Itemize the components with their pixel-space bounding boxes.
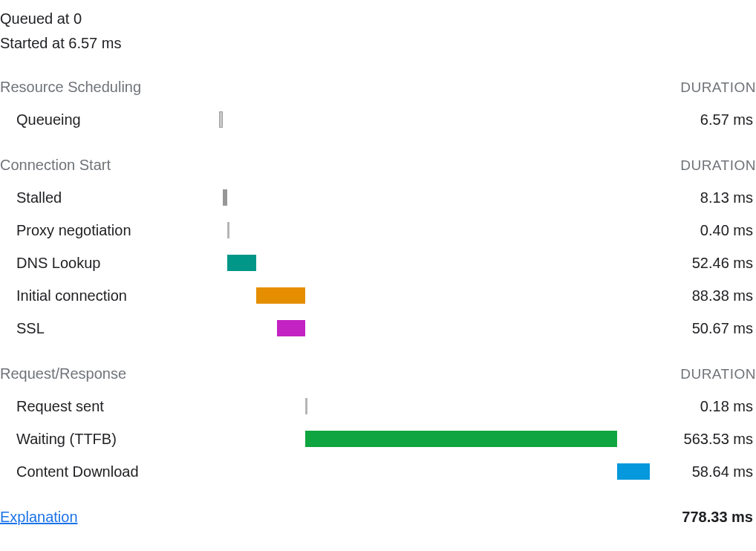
phase-label: Request sent xyxy=(0,398,219,415)
phase-bar xyxy=(227,255,256,271)
phase-bar xyxy=(219,111,223,128)
phase-bar xyxy=(223,189,227,206)
phase-duration: 88.38 ms xyxy=(650,287,756,304)
phase-bar-area xyxy=(219,255,650,271)
phase-row: Proxy negotiation0.40 ms xyxy=(0,214,756,247)
phase-duration: 6.57 ms xyxy=(650,111,756,128)
phase-row: DNS Lookup52.46 ms xyxy=(0,247,756,279)
queued-at-text: Queued at 0 xyxy=(0,9,756,33)
duration-header: DURATION xyxy=(680,79,756,96)
duration-header: DURATION xyxy=(680,157,756,174)
phase-label: Proxy negotiation xyxy=(0,222,219,239)
phase-bar xyxy=(277,320,305,336)
phase-label: Content Download xyxy=(0,463,219,480)
section-header: Request/ResponseDURATION xyxy=(0,365,756,390)
timing-section: Request/ResponseDURATIONRequest sent0.18… xyxy=(0,365,756,488)
timing-section: Connection StartDURATIONStalled8.13 msPr… xyxy=(0,157,756,345)
phase-bar-area xyxy=(219,320,650,336)
phase-bar-area xyxy=(219,189,650,206)
duration-header: DURATION xyxy=(680,366,756,382)
phase-row: Stalled8.13 ms xyxy=(0,181,756,214)
phase-label: DNS Lookup xyxy=(0,255,219,272)
phase-label: Queueing xyxy=(0,111,219,128)
phase-duration: 563.53 ms xyxy=(650,431,756,448)
phase-bar xyxy=(256,287,305,304)
phase-bar xyxy=(227,222,229,238)
phase-duration: 52.46 ms xyxy=(650,255,756,272)
phase-duration: 8.13 ms xyxy=(650,189,756,206)
section-title: Resource Scheduling xyxy=(0,79,141,96)
phase-bar xyxy=(305,431,617,447)
explanation-link[interactable]: Explanation xyxy=(0,509,78,526)
phase-label: Waiting (TTFB) xyxy=(0,431,219,448)
phase-bar-area xyxy=(219,287,650,304)
phase-bar xyxy=(617,463,650,480)
total-time: 778.33 ms xyxy=(682,509,753,526)
phase-duration: 58.64 ms xyxy=(650,463,756,480)
timing-section: Resource SchedulingDURATIONQueueing6.57 … xyxy=(0,79,756,136)
phase-label: Stalled xyxy=(0,189,219,206)
phase-bar xyxy=(305,398,307,414)
phase-label: Initial connection xyxy=(0,287,219,304)
phase-duration: 0.40 ms xyxy=(650,222,756,239)
section-header: Connection StartDURATION xyxy=(0,157,756,181)
section-title: Connection Start xyxy=(0,157,111,174)
phase-bar-area xyxy=(219,222,650,238)
section-header: Resource SchedulingDURATION xyxy=(0,79,756,103)
phase-bar-area xyxy=(219,463,650,480)
phase-label: SSL xyxy=(0,320,219,337)
phase-row: SSL50.67 ms xyxy=(0,312,756,345)
phase-row: Request sent0.18 ms xyxy=(0,390,756,423)
phase-bar-area xyxy=(219,398,650,414)
phase-bar-area xyxy=(219,111,650,128)
phase-bar-area xyxy=(219,431,650,447)
started-at-text: Started at 6.57 ms xyxy=(0,33,756,58)
phase-duration: 50.67 ms xyxy=(650,320,756,337)
section-title: Request/Response xyxy=(0,365,126,382)
phase-row: Content Download58.64 ms xyxy=(0,455,756,488)
phase-row: Waiting (TTFB)563.53 ms xyxy=(0,423,756,455)
phase-duration: 0.18 ms xyxy=(650,398,756,415)
phase-row: Initial connection88.38 ms xyxy=(0,279,756,312)
phase-row: Queueing6.57 ms xyxy=(0,103,756,136)
